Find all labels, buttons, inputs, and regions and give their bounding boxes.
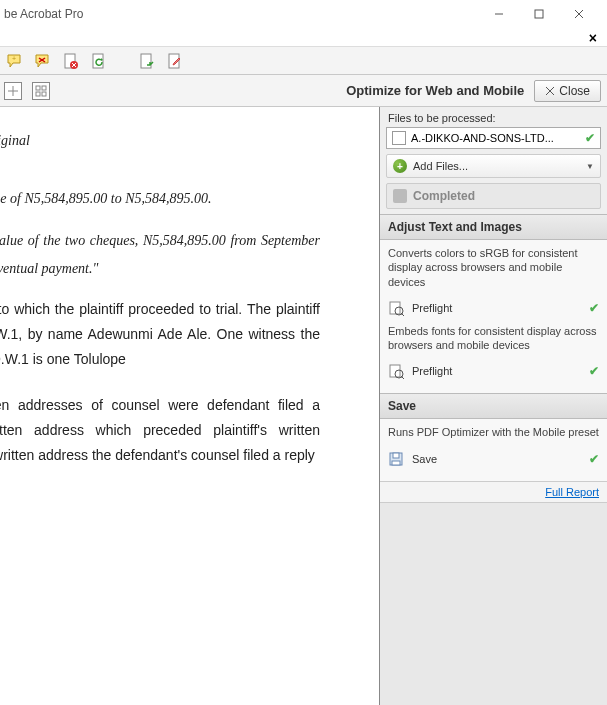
comment-remove-icon[interactable] xyxy=(34,52,52,70)
preflight-icon xyxy=(388,300,404,316)
doc-paragraph: % interest on the total value of the two… xyxy=(0,227,320,283)
svg-rect-11 xyxy=(93,54,103,68)
panel-title: Optimize for Web and Mobile xyxy=(346,83,524,98)
document-view[interactable]: efendant to return the original ndant to… xyxy=(0,107,380,705)
check-icon: ✔ xyxy=(589,364,599,378)
svg-rect-29 xyxy=(393,453,399,458)
doc-paragraph: statement of defence to which the plaint… xyxy=(0,297,320,373)
annotation-toolbar: + xyxy=(0,47,607,75)
page-refresh-icon[interactable] xyxy=(90,52,108,70)
svg-rect-30 xyxy=(392,461,400,465)
close-panel-button[interactable]: Close xyxy=(534,80,601,102)
side-panel: Files to be processed: A.-DIKKO-AND-SONS… xyxy=(380,107,607,705)
doc-paragraph: efendant to return the original xyxy=(0,127,320,155)
save-action[interactable]: Save ✔ xyxy=(388,448,599,475)
preflight-label: Preflight xyxy=(412,302,581,314)
section-header-save: Save xyxy=(380,393,607,419)
file-name: A.-DIKKO-AND-SONS-LTD... xyxy=(411,132,580,144)
completed-button[interactable]: Completed xyxy=(386,183,601,209)
save-label: Save xyxy=(412,453,581,465)
add-files-label: Add Files... xyxy=(413,160,468,172)
check-icon: ✔ xyxy=(589,452,599,466)
completed-label: Completed xyxy=(413,189,475,203)
page-edit-icon[interactable] xyxy=(166,52,184,70)
check-icon: ✔ xyxy=(585,131,595,145)
preflight-action-2[interactable]: Preflight ✔ xyxy=(388,360,599,387)
comment-new-icon[interactable]: + xyxy=(6,52,24,70)
adjust-desc-2: Embeds fonts for consistent display acro… xyxy=(388,324,599,353)
page-down-icon[interactable] xyxy=(138,52,156,70)
completed-icon xyxy=(393,189,407,203)
section-header-adjust: Adjust Text and Images xyxy=(380,214,607,240)
side-filler xyxy=(380,503,607,705)
svg-rect-12 xyxy=(141,54,151,68)
close-label: Close xyxy=(559,84,590,98)
view-icon-2[interactable] xyxy=(32,82,50,100)
view-icon-1[interactable] xyxy=(4,82,22,100)
full-report-row: Full Report xyxy=(380,481,607,503)
svg-rect-16 xyxy=(36,86,40,90)
add-files-button[interactable]: + Add Files... ▼ xyxy=(386,154,601,178)
doc-paragraph: witnesses, final written addresses of co… xyxy=(0,393,320,469)
svg-rect-1 xyxy=(535,10,543,18)
close-icon xyxy=(545,86,555,96)
close-window-button[interactable] xyxy=(559,0,599,28)
preflight-action-1[interactable]: Preflight ✔ xyxy=(388,297,599,324)
check-icon: ✔ xyxy=(589,301,599,315)
file-entry[interactable]: A.-DIKKO-AND-SONS-LTD... ✔ xyxy=(386,127,601,149)
page-delete-icon[interactable] xyxy=(62,52,80,70)
svg-text:+: + xyxy=(12,55,16,62)
plus-icon: + xyxy=(393,159,407,173)
maximize-button[interactable] xyxy=(519,0,559,28)
titlebar: be Acrobat Pro xyxy=(0,0,607,28)
full-report-link[interactable]: Full Report xyxy=(545,486,599,498)
pdf-icon xyxy=(392,131,406,145)
svg-rect-17 xyxy=(42,86,46,90)
secondary-toolbar: Optimize for Web and Mobile Close xyxy=(0,75,607,107)
svg-rect-19 xyxy=(42,92,46,96)
svg-rect-18 xyxy=(36,92,40,96)
preflight-icon xyxy=(388,363,404,379)
save-icon xyxy=(388,451,404,467)
chevron-down-icon: ▼ xyxy=(586,162,594,171)
minimize-button[interactable] xyxy=(479,0,519,28)
panel-close-x[interactable]: × xyxy=(583,28,603,48)
window-title: be Acrobat Pro xyxy=(4,7,83,21)
doc-paragraph: ndant to pay the full value of N5,584,89… xyxy=(0,185,320,213)
document-content: efendant to return the original ndant to… xyxy=(0,127,320,482)
files-label: Files to be processed: xyxy=(380,107,607,127)
save-desc: Runs PDF Optimizer with the Mobile prese… xyxy=(388,425,599,439)
preflight-label: Preflight xyxy=(412,365,581,377)
adjust-desc-1: Converts colors to sRGB for consistent d… xyxy=(388,246,599,289)
